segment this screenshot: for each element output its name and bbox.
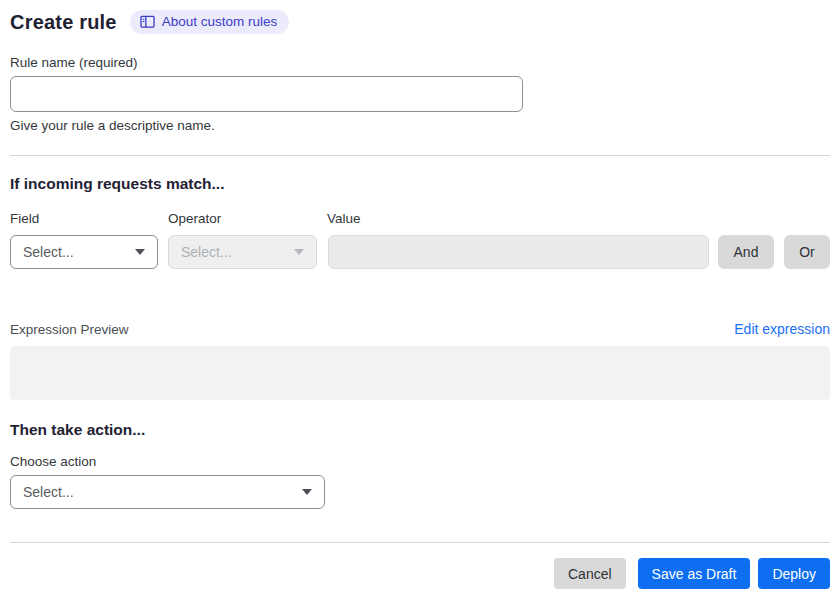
rule-name-helper: Give your rule a descriptive name.	[10, 118, 830, 133]
and-button[interactable]: And	[718, 235, 774, 269]
edit-expression-link[interactable]: Edit expression	[734, 321, 830, 337]
caret-down-icon	[294, 249, 304, 255]
match-column-labels: Field Operator Value	[10, 211, 830, 226]
match-section-heading: If incoming requests match...	[10, 175, 830, 193]
create-rule-page: Create rule About custom rules Rule name…	[0, 0, 839, 597]
choose-action-label: Choose action	[10, 454, 830, 469]
operator-select-placeholder: Select...	[181, 244, 232, 260]
expression-preview-row: Expression Preview Edit expression	[10, 321, 830, 337]
field-label: Field	[10, 211, 168, 226]
action-section-heading: Then take action...	[10, 421, 830, 439]
about-custom-rules-link[interactable]: About custom rules	[130, 10, 290, 34]
rule-name-input[interactable]	[10, 76, 523, 112]
expression-preview-box	[10, 346, 830, 400]
about-link-label: About custom rules	[162, 14, 278, 29]
expression-preview-label: Expression Preview	[10, 322, 129, 337]
operator-select[interactable]: Select...	[168, 235, 317, 269]
rule-name-label: Rule name (required)	[10, 55, 830, 70]
value-label: Value	[327, 211, 361, 226]
or-button[interactable]: Or	[784, 235, 830, 269]
book-icon	[140, 15, 155, 29]
save-as-draft-button[interactable]: Save as Draft	[638, 558, 751, 589]
action-select[interactable]: Select...	[10, 475, 325, 509]
page-title: Create rule	[10, 11, 117, 34]
field-select-placeholder: Select...	[23, 244, 74, 260]
caret-down-icon	[302, 489, 312, 495]
match-controls-row: Select... Select... And Or	[10, 235, 830, 269]
section-divider	[10, 155, 830, 156]
operator-label: Operator	[168, 211, 327, 226]
deploy-button[interactable]: Deploy	[758, 558, 830, 589]
action-select-placeholder: Select...	[23, 484, 74, 500]
caret-down-icon	[135, 249, 145, 255]
footer-divider	[10, 542, 830, 543]
footer-actions: Cancel Save as Draft Deploy	[10, 558, 830, 589]
cancel-button[interactable]: Cancel	[554, 558, 626, 589]
field-select[interactable]: Select...	[10, 235, 158, 269]
value-input[interactable]	[328, 235, 709, 269]
page-header: Create rule About custom rules	[10, 10, 830, 34]
